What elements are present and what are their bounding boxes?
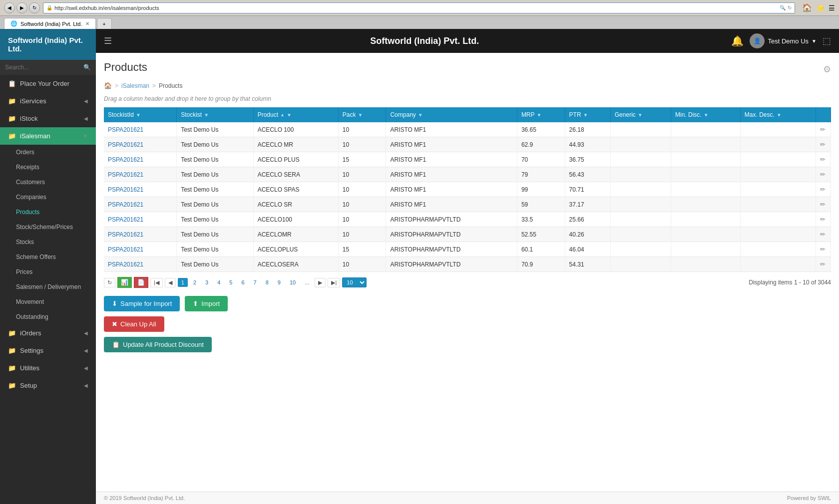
export-excel-btn[interactable]: 📊 [117, 277, 132, 288]
page-size-select[interactable]: 10 20 50 100 [342, 277, 367, 287]
page-7[interactable]: 7 [250, 278, 260, 287]
sidebar-sub-stock-scheme[interactable]: Stock/Scheme/Prices [0, 220, 96, 235]
sidebar-item-utilities[interactable]: 📁 Utilites ◀ [0, 359, 96, 377]
filter-mrp[interactable]: ▼ [537, 112, 542, 118]
sidebar-item-place-order[interactable]: 📋 Place Your Order [0, 75, 96, 92]
col-min-disc[interactable]: Min. Disc. ▼ [671, 107, 740, 122]
sidebar-sub-receipts[interactable]: Receipts [0, 160, 96, 175]
page-settings-icon[interactable]: ⚙ [823, 64, 831, 75]
edit-row-button[interactable]: ✏ [820, 156, 826, 163]
cell-edit[interactable]: ✏ [816, 152, 831, 167]
col-pack[interactable]: Pack ▼ [338, 107, 386, 122]
sidebar-item-istock[interactable]: 📁 iStock ◀ [0, 110, 96, 127]
back-button[interactable]: ◀ [4, 2, 15, 13]
clean-up-button[interactable]: ✖ Clean Up All [104, 316, 164, 332]
sidebar-sub-products[interactable]: Products [0, 205, 96, 220]
sidebar-item-iorders[interactable]: 📁 iOrders ◀ [0, 324, 96, 342]
page-6[interactable]: 6 [238, 278, 248, 287]
tab-close-button[interactable]: ✕ [85, 21, 89, 26]
col-product[interactable]: Product ▲ ▼ [253, 107, 338, 122]
home-icon[interactable]: 🏠 [802, 3, 812, 12]
filter-product[interactable]: ▼ [287, 112, 292, 118]
sidebar-sub-salesmen[interactable]: Salesmen / Deliverymen [0, 279, 96, 294]
sidebar-item-settings[interactable]: 📁 Settings ◀ [0, 342, 96, 359]
page-5[interactable]: 5 [226, 278, 236, 287]
sidebar-sub-scheme-offers[interactable]: Scheme Offers [0, 250, 96, 264]
sidebar-item-isalesman[interactable]: 📁 iSalesman ▼ [0, 127, 96, 145]
edit-row-button[interactable]: ✏ [820, 171, 826, 178]
export-pdf-btn[interactable]: 📄 [134, 277, 148, 288]
page-10[interactable]: 10 [286, 278, 299, 287]
first-page-btn[interactable]: |◀ [150, 278, 163, 287]
update-discount-button[interactable]: 📋 Update All Product Discount [104, 337, 212, 352]
cell-edit[interactable]: ✏ [816, 137, 831, 152]
cell-edit[interactable]: ✏ [816, 257, 831, 272]
sample-import-button[interactable]: ⬇ Sample for Import [104, 296, 180, 311]
cell-edit[interactable]: ✏ [816, 182, 831, 197]
filter-ptr[interactable]: ▼ [583, 112, 588, 118]
col-stockist-id[interactable]: StockistId ▼ [104, 107, 177, 122]
sort-product[interactable]: ▲ [280, 112, 285, 117]
edit-row-button[interactable]: ✏ [820, 216, 826, 223]
sidebar-search-input[interactable] [5, 64, 80, 71]
star-icon[interactable]: ⭐ [816, 4, 825, 12]
filter-generic[interactable]: ▼ [638, 112, 643, 118]
cell-edit[interactable]: ✏ [816, 227, 831, 242]
page-9[interactable]: 9 [274, 278, 284, 287]
prev-page-btn[interactable]: ◀ [165, 278, 176, 287]
filter-stockist[interactable]: ▼ [204, 112, 209, 118]
sidebar-sub-companies[interactable]: Companies [0, 190, 96, 205]
next-page-btn[interactable]: ▶ [315, 278, 326, 287]
cell-edit[interactable]: ✏ [816, 212, 831, 227]
col-company[interactable]: Company ▼ [386, 107, 517, 122]
user-menu[interactable]: 👤 Test Demo Us ▼ [750, 33, 817, 48]
sidebar-item-setup[interactable]: 📁 Setup ◀ [0, 377, 96, 394]
menu-icon[interactable]: ☰ [829, 4, 835, 12]
hamburger-icon[interactable]: ☰ [104, 35, 112, 46]
edit-row-button[interactable]: ✏ [820, 231, 826, 238]
col-max-desc[interactable]: Max. Desc. ▼ [740, 107, 816, 122]
edit-row-button[interactable]: ✏ [820, 126, 826, 133]
sidebar-sub-orders[interactable]: Orders [0, 145, 96, 160]
edit-row-button[interactable]: ✏ [820, 186, 826, 193]
refresh-button[interactable]: ↻ [29, 2, 40, 13]
page-4[interactable]: 4 [214, 278, 224, 287]
cell-edit[interactable]: ✏ [816, 167, 831, 182]
breadcrumb-home-icon[interactable]: 🏠 [104, 82, 112, 89]
col-mrp[interactable]: MRP ▼ [517, 107, 565, 122]
bell-icon[interactable]: 🔔 [731, 35, 744, 47]
page-8[interactable]: 8 [262, 278, 272, 287]
filter-min-disc[interactable]: ▼ [704, 112, 709, 118]
sidebar-sub-customers[interactable]: Customers [0, 175, 96, 190]
col-generic[interactable]: Generic ▼ [610, 107, 671, 122]
edit-row-button[interactable]: ✏ [820, 246, 826, 253]
import-button[interactable]: ⬆ Import [185, 296, 228, 311]
filter-pack[interactable]: ▼ [358, 112, 363, 118]
filter-company[interactable]: ▼ [418, 112, 423, 118]
cell-edit[interactable]: ✏ [816, 242, 831, 257]
page-3[interactable]: 3 [202, 278, 212, 287]
new-tab[interactable]: + [97, 18, 112, 29]
address-bar[interactable]: 🔒 http://swil.edxhub.in/en/isalesman/pro… [43, 2, 795, 13]
page-2[interactable]: 2 [190, 278, 200, 287]
cell-edit[interactable]: ✏ [816, 197, 831, 212]
active-tab[interactable]: 🌐 Softworld (India) Pvt. Ltd. ✕ [4, 18, 96, 29]
page-1[interactable]: 1 [178, 278, 188, 287]
cell-edit[interactable]: ✏ [816, 122, 831, 137]
sidebar-sub-prices[interactable]: Prices [0, 264, 96, 279]
sidebar-item-iservices[interactable]: 📁 iServices ◀ [0, 92, 96, 110]
logout-icon[interactable]: ⬚ [823, 35, 831, 46]
last-page-btn[interactable]: ▶| [328, 278, 340, 287]
refresh-table-btn[interactable]: ↻ [104, 278, 115, 287]
col-stockist[interactable]: Stockist ▼ [177, 107, 253, 122]
edit-row-button[interactable]: ✏ [820, 141, 826, 148]
sidebar-sub-stocks[interactable]: Stocks [0, 235, 96, 250]
forward-button[interactable]: ▶ [16, 2, 27, 13]
sidebar-sub-movement[interactable]: Movement [0, 294, 96, 309]
filter-max-desc[interactable]: ▼ [777, 112, 782, 118]
col-ptr[interactable]: PTR ▼ [565, 107, 610, 122]
breadcrumb-isalesman[interactable]: iSalesman [121, 82, 149, 89]
edit-row-button[interactable]: ✏ [820, 260, 826, 268]
sidebar-sub-outstanding[interactable]: Outstanding [0, 309, 96, 324]
edit-row-button[interactable]: ✏ [820, 201, 826, 208]
